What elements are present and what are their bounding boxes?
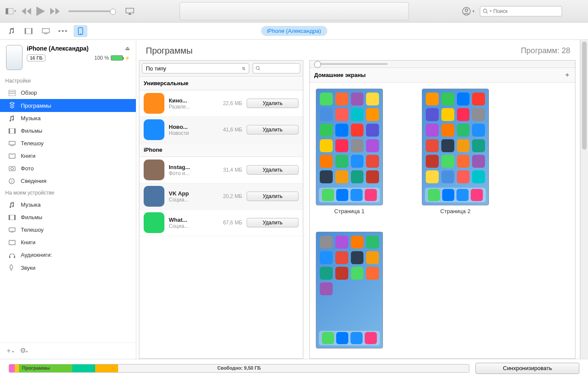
svg-rect-29	[9, 228, 15, 231]
app-delete-button[interactable]: Удалить	[247, 99, 299, 108]
svg-rect-32	[14, 256, 15, 258]
movies-icon	[9, 128, 16, 134]
tv-icon	[9, 141, 16, 146]
tab-device[interactable]	[74, 25, 87, 37]
home-screen-label: Страница 1	[334, 208, 365, 214]
svg-point-23	[11, 167, 13, 170]
app-name: Кино...	[169, 97, 214, 104]
app-icon	[144, 93, 164, 114]
page-title: Программы	[146, 46, 193, 56]
tv-icon	[9, 227, 16, 233]
app-size: 20,2 МБ	[218, 193, 242, 199]
app-delete-button[interactable]: Удалить	[247, 192, 299, 201]
add-playlist-button[interactable]: ＋▾	[5, 346, 14, 355]
svg-rect-19	[14, 128, 16, 134]
sidebar-item-label: Программы	[21, 102, 51, 109]
app-delete-button[interactable]: Удалить	[247, 165, 299, 175]
sidebar-item-apps[interactable]: Программы	[0, 99, 136, 112]
books-icon	[9, 240, 16, 245]
app-category: Социа...	[169, 223, 214, 229]
home-screen-thumbnail	[422, 89, 489, 205]
app-category: Фото и...	[169, 170, 214, 176]
home-screens-title: Домашние экраны	[314, 72, 366, 78]
sidebar-item-movies[interactable]: Фильмы	[0, 211, 136, 224]
sidebar-item-books[interactable]: Книги	[0, 150, 136, 162]
sidebar-section-settings: Настройки	[0, 75, 136, 86]
apps-search-input[interactable]	[260, 65, 297, 71]
storage-free-label: Свободно: 9,50 ГБ	[217, 365, 260, 371]
scrollbar[interactable]	[580, 40, 588, 359]
app-row[interactable]: Instag... Фото и... 31,4 МБ Удалить	[139, 157, 303, 183]
app-name: VK App	[169, 190, 214, 197]
app-row[interactable]: Ново... Новости 41,6 МБ Удалить	[139, 117, 303, 143]
device-name: iPhone (Александра)	[27, 45, 89, 52]
svg-text:i: i	[11, 179, 13, 184]
sidebar-item-tones[interactable]: Звуки	[0, 261, 136, 274]
account-button[interactable]: ▾	[462, 7, 475, 16]
previous-track-button[interactable]	[22, 8, 31, 15]
home-screen-page[interactable]	[316, 232, 383, 348]
sidebar-item-overview[interactable]: Обзор	[0, 86, 136, 99]
search-box[interactable]: ▾	[480, 6, 562, 16]
sidebar-item-movies[interactable]: Фильмы	[0, 125, 136, 137]
sidebar-item-photos[interactable]: Фото	[0, 162, 136, 175]
apps-icon	[9, 102, 16, 109]
svg-rect-27	[9, 215, 10, 220]
apps-search-box[interactable]	[253, 63, 300, 73]
sidebar-item-label: Фильмы	[21, 128, 42, 134]
battery-percent: 100 %	[94, 55, 109, 61]
sidebar-item-info[interactable]: iСведения	[0, 175, 136, 187]
app-row[interactable]: VK App Социа... 20,2 МБ Удалить	[139, 183, 303, 210]
app-size: 22,6 МБ	[218, 100, 242, 106]
zoom-slider[interactable]	[314, 63, 388, 65]
search-icon	[256, 66, 260, 71]
movies-icon	[9, 215, 16, 220]
play-button[interactable]	[36, 6, 45, 16]
app-name: What...	[169, 217, 214, 223]
volume-slider[interactable]	[68, 10, 116, 12]
storage-bar: Программы Свободно: 9,50 ГБ	[9, 364, 469, 373]
sync-button[interactable]: Синхронизировать	[476, 363, 579, 374]
tab-movies[interactable]	[22, 25, 35, 37]
sidebar-item-label: Музыка	[21, 201, 41, 208]
svg-rect-14	[9, 90, 16, 96]
sidebar-item-label: Фильмы	[21, 214, 42, 220]
library-tabs: ••• iPhone (Александра)	[0, 22, 588, 40]
home-screen-page[interactable]: Страница 2	[422, 89, 489, 214]
sidebar-item-music[interactable]: Музыка	[0, 198, 136, 211]
app-delete-button[interactable]: Удалить	[247, 218, 299, 227]
sidebar-item-audiobooks[interactable]: Аудиокниги:	[0, 249, 136, 261]
tab-tv[interactable]	[39, 25, 53, 37]
airplay-button[interactable]	[125, 8, 134, 15]
add-screen-button[interactable]: ＋	[564, 70, 571, 80]
device-pill[interactable]: iPhone (Александра)	[261, 26, 327, 36]
apps-count: Программ: 28	[521, 46, 570, 55]
sort-select[interactable]: По типу ⇅	[142, 63, 249, 73]
sidebar-item-label: Фото	[21, 165, 34, 172]
sidebar-item-music[interactable]: Музыка	[0, 112, 136, 125]
app-size: 41,6 МБ	[218, 127, 242, 133]
sidebar-item-label: Аудиокниги:	[21, 252, 52, 258]
svg-rect-2	[126, 8, 134, 13]
search-input[interactable]	[493, 8, 559, 14]
app-row[interactable]: Кино... Развле... 22,6 МБ Удалить	[139, 90, 303, 117]
app-row[interactable]: What... Социа... 67,6 МБ Удалить	[139, 210, 303, 236]
app-size: 31,4 МБ	[218, 167, 242, 173]
sidebar: iPhone (Александра) ⏏ 16 ГБ 100 % ⚡ Наст…	[0, 40, 136, 359]
sidebar-toggle-button[interactable]: ▾	[4, 6, 17, 16]
home-screen-page[interactable]: Страница 1	[316, 89, 383, 214]
sidebar-item-books[interactable]: Книги	[0, 236, 136, 249]
app-section-header: iPhone	[139, 143, 303, 157]
sidebar-section-on-device: На моем устройстве	[0, 187, 136, 198]
app-section-header: Универсальные	[139, 77, 303, 90]
now-playing-display	[180, 2, 409, 20]
eject-button[interactable]: ⏏	[125, 45, 130, 51]
settings-gear-button[interactable]: ⚙▾	[20, 346, 28, 355]
tab-more[interactable]: •••	[56, 25, 70, 37]
sidebar-item-tv[interactable]: Телешоу	[0, 224, 136, 236]
tab-music[interactable]	[4, 25, 18, 37]
next-track-button[interactable]	[50, 8, 60, 15]
sidebar-item-tv[interactable]: Телешоу	[0, 137, 136, 150]
app-delete-button[interactable]: Удалить	[247, 125, 299, 134]
storage-segment	[9, 364, 15, 372]
